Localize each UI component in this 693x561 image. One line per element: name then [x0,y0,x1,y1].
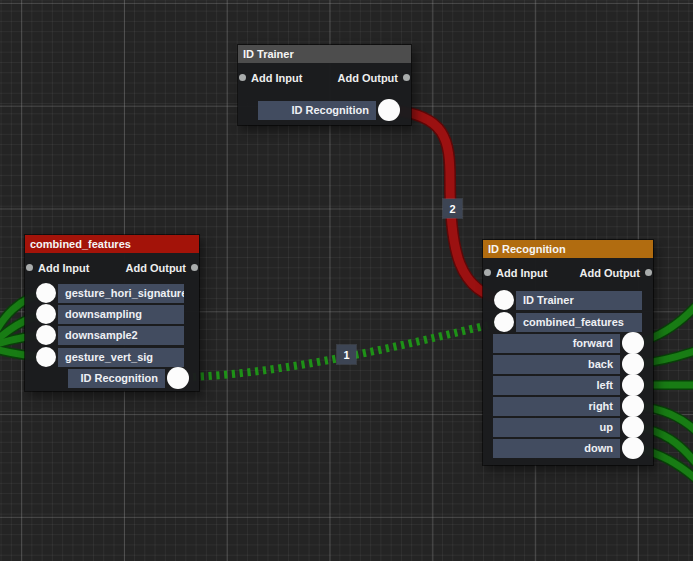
input-slot-gesture-hori-signature: gesture_hori_signature [58,284,184,303]
output-port-right[interactable] [622,395,644,417]
output-slot-id-recognition: ID Recognition [68,369,165,388]
output-port-forward[interactable] [622,332,644,354]
output-slot-up: up [493,418,620,437]
input-port-gesture-vert-sig[interactable] [36,347,56,367]
input-port-combined-features[interactable] [494,312,514,332]
input-slot-label: gesture_vert_sig [58,348,184,367]
output-slot-label: down [493,439,620,458]
wire-order-badge-2: 2 [443,199,462,218]
add-row: Add Input Add Output [238,63,411,93]
output-port-down[interactable] [622,437,644,459]
add-input-button[interactable]: Add Input [251,72,302,84]
output-slot-id-recognition: ID Recognition [258,101,376,120]
add-input-button[interactable]: Add Input [496,267,547,279]
output-slot-down: down [493,439,620,458]
add-output-button[interactable]: Add Output [126,262,186,274]
node-editor-canvas[interactable]: 2 1 ID Trainer Add Input Add Output ID R… [0,0,693,561]
output-port-up[interactable] [622,416,644,438]
output-slot-label: up [493,418,620,437]
input-slot-label: downsample2 [58,326,184,345]
output-slot-left: left [493,376,620,395]
node-title[interactable]: ID Recognition [483,240,653,258]
output-slot-label: forward [493,334,620,353]
input-slot-gesture-vert-sig: gesture_vert_sig [58,348,184,367]
output-slot-right: right [493,397,620,416]
input-port-downsample2[interactable] [36,325,56,345]
output-slot-label: ID Recognition [68,369,165,388]
input-slot-combined-features: combined_features [516,313,642,332]
output-slot-forward: forward [493,334,620,353]
input-slot-label: gesture_hori_signature [58,284,184,303]
input-slot-downsample2: downsample2 [58,326,184,345]
add-input-button[interactable]: Add Input [38,262,89,274]
output-slot-label: ID Recognition [258,101,376,120]
input-port-downsampling[interactable] [36,304,56,324]
output-port-back[interactable] [622,353,644,375]
node-title[interactable]: combined_features [25,235,199,253]
output-port-id-recognition[interactable] [167,367,189,389]
input-port-gesture-hori-signature[interactable] [36,283,56,303]
input-slot-label: combined_features [516,313,642,332]
add-output-button[interactable]: Add Output [338,72,398,84]
input-slot-id-trainer: ID Trainer [516,291,642,310]
output-slot-label: right [493,397,620,416]
input-port-id-trainer[interactable] [494,290,514,310]
input-slot-downsampling: downsampling [58,305,184,324]
add-row: Add Input Add Output [25,253,199,283]
input-slot-label: ID Trainer [516,291,642,310]
output-port-left[interactable] [622,374,644,396]
output-slot-label: back [493,355,620,374]
output-slot-back: back [493,355,620,374]
input-slot-label: downsampling [58,305,184,324]
node-id-recognition[interactable]: ID Recognition Add Input Add Output ID T… [483,240,653,465]
node-title[interactable]: ID Trainer [238,45,411,63]
wire-order-badge-1: 1 [337,345,356,364]
add-row: Add Input Add Output [483,258,653,288]
node-combined-features[interactable]: combined_features Add Input Add Output g… [25,235,199,391]
output-slot-label: left [493,376,620,395]
node-id-trainer[interactable]: ID Trainer Add Input Add Output ID Recog… [238,45,411,125]
add-output-button[interactable]: Add Output [580,267,640,279]
output-port-id-recognition[interactable] [378,99,400,121]
